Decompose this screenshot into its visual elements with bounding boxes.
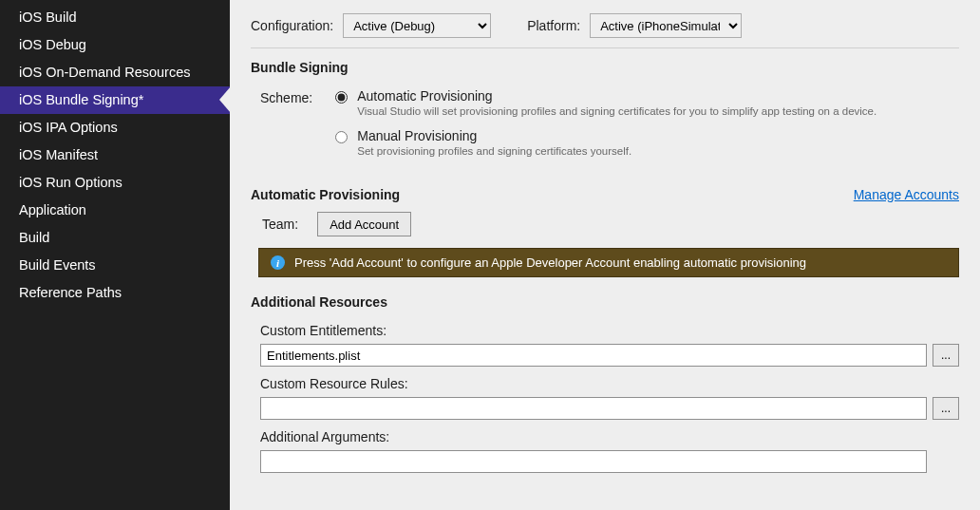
sidebar-item-label: iOS Run Options: [19, 175, 122, 190]
sidebar-item-ios-ipa[interactable]: iOS IPA Options: [0, 114, 230, 142]
sidebar-item-label: Reference Paths: [19, 285, 122, 300]
automatic-provisioning-title: Automatic Provisioning: [251, 187, 400, 202]
sidebar-item-ios-debug[interactable]: iOS Debug: [0, 31, 230, 59]
scheme-radio-manual[interactable]: [335, 131, 348, 143]
configuration-label: Configuration:: [251, 18, 333, 33]
scheme-block: Scheme: Automatic Provisioning Visual St…: [260, 88, 959, 168]
bundle-signing-title: Bundle Signing: [251, 60, 959, 75]
sidebar-item-reference-paths[interactable]: Reference Paths: [0, 279, 230, 307]
info-bar: i Press 'Add Account' to configure an Ap…: [258, 248, 959, 277]
configuration-select[interactable]: Active (Debug): [343, 13, 491, 38]
scheme-automatic-desc: Visual Studio will set provisioning prof…: [357, 105, 876, 117]
scheme-manual-desc: Set provisioning profiles and signing ce…: [357, 145, 631, 157]
info-message: Press 'Add Account' to configure an Appl…: [294, 255, 806, 270]
entitlements-browse-button[interactable]: ...: [933, 344, 959, 367]
add-account-button[interactable]: Add Account: [317, 212, 411, 236]
resource-rules-browse-button[interactable]: ...: [933, 397, 959, 420]
sidebar-item-build-events[interactable]: Build Events: [0, 252, 230, 279]
sidebar-item-ios-run[interactable]: iOS Run Options: [0, 169, 230, 197]
sidebar-item-ios-build[interactable]: iOS Build: [0, 4, 230, 31]
sidebar: iOS Build iOS Debug iOS On-Demand Resour…: [0, 0, 230, 510]
scheme-manual-title: Manual Provisioning: [357, 128, 631, 143]
custom-entitlements-input[interactable]: [260, 344, 927, 367]
sidebar-item-label: Application: [19, 202, 86, 217]
platform-label: Platform:: [527, 18, 580, 33]
sidebar-item-label: Build: [19, 230, 49, 245]
divider: [251, 47, 959, 48]
info-icon: i: [271, 255, 285, 270]
sidebar-item-label: iOS On-Demand Resources: [19, 65, 191, 80]
sidebar-item-label: iOS Manifest: [19, 147, 98, 162]
team-label: Team:: [262, 217, 298, 232]
custom-entitlements-label: Custom Entitlements:: [260, 323, 959, 338]
sidebar-item-label: Build Events: [19, 257, 96, 273]
scheme-label: Scheme:: [260, 88, 312, 168]
additional-resources-title: Additional Resources: [251, 294, 959, 310]
scheme-option-automatic[interactable]: Automatic Provisioning Visual Studio wil…: [335, 88, 959, 117]
platform-select[interactable]: Active (iPhoneSimulator): [590, 13, 742, 38]
scheme-radio-automatic[interactable]: [335, 91, 348, 104]
sidebar-item-label: iOS Debug: [19, 37, 86, 52]
sidebar-item-label: iOS Build: [19, 9, 76, 25]
sidebar-item-ios-bundle-signing[interactable]: iOS Bundle Signing*: [0, 86, 230, 114]
scheme-automatic-title: Automatic Provisioning: [357, 88, 876, 104]
manage-accounts-link[interactable]: Manage Accounts: [854, 187, 959, 202]
main-panel: Configuration: Active (Debug) Platform: …: [230, 0, 980, 510]
config-platform-row: Configuration: Active (Debug) Platform: …: [251, 13, 959, 38]
sidebar-item-label: iOS Bundle Signing*: [19, 92, 143, 107]
team-row: Team: Add Account: [262, 212, 959, 236]
sidebar-item-ios-manifest[interactable]: iOS Manifest: [0, 142, 230, 169]
custom-resource-rules-label: Custom Resource Rules:: [260, 376, 959, 391]
sidebar-item-label: iOS IPA Options: [19, 120, 118, 135]
sidebar-item-build[interactable]: Build: [0, 224, 230, 252]
scheme-option-manual[interactable]: Manual Provisioning Set provisioning pro…: [335, 128, 959, 157]
additional-arguments-input[interactable]: [260, 450, 927, 473]
automatic-provisioning-header: Automatic Provisioning Manage Accounts: [251, 187, 959, 202]
sidebar-item-application[interactable]: Application: [0, 197, 230, 224]
sidebar-item-ios-ondemand[interactable]: iOS On-Demand Resources: [0, 59, 230, 86]
additional-arguments-label: Additional Arguments:: [260, 429, 959, 444]
custom-resource-rules-input[interactable]: [260, 397, 927, 420]
